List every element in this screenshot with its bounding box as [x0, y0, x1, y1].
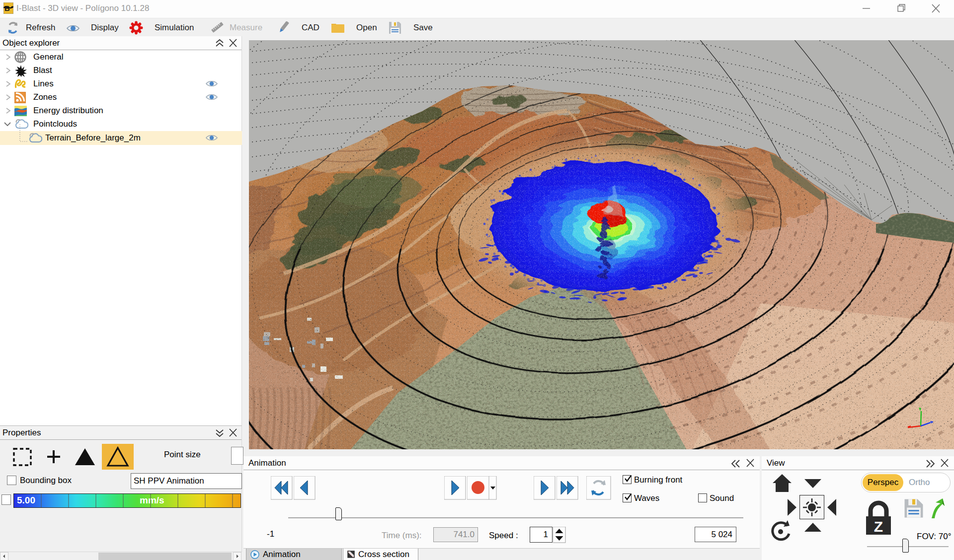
svg-text:Z: Z: [874, 518, 883, 535]
